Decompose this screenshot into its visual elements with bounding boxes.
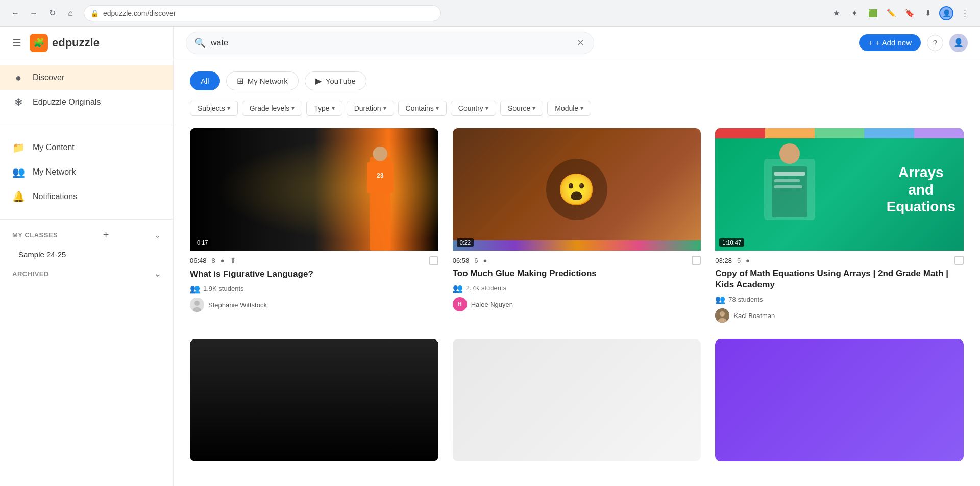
sidebar-notifications-label: Notifications — [33, 192, 77, 201]
hamburger-button[interactable]: ☰ — [10, 35, 23, 51]
extension-icon-1[interactable]: ✦ — [847, 6, 862, 20]
discover-icon: ● — [12, 71, 24, 84]
sidebar-item-notifications[interactable]: 🔔 Notifications — [0, 184, 173, 209]
author-row-2: H Halee Nguyen — [453, 297, 701, 311]
filter-grade-levels[interactable]: Grade levels ▾ — [242, 101, 303, 116]
question-count-2: 6 — [474, 257, 478, 264]
svg-rect-12 — [774, 185, 802, 188]
tab-youtube-label: YouTube — [326, 77, 356, 85]
filter-contains[interactable]: Contains ▾ — [398, 101, 447, 116]
svg-point-1 — [373, 147, 388, 161]
chrome-profile-avatar[interactable]: 👤 — [939, 6, 953, 20]
students-icon-3: 👥 — [715, 295, 725, 304]
filter-country-label: Country — [458, 104, 483, 112]
profile-avatar[interactable]: 👤 — [949, 34, 968, 52]
video-title-1: What is Figurative Language? — [190, 269, 438, 280]
filter-grade-levels-label: Grade levels — [250, 104, 290, 112]
app-container: ☰ 🧩 edpuzzle ● Discover ❄ Edpuzzle Origi… — [0, 27, 980, 486]
video-meta-3: 03:28 5 ● — [715, 256, 964, 265]
svg-point-5 — [194, 301, 200, 306]
filter-contains-label: Contains — [406, 104, 434, 112]
source-chevron-icon: ▾ — [532, 105, 535, 112]
contains-chevron-icon: ▾ — [436, 105, 439, 112]
video-card-5[interactable] — [453, 339, 701, 461]
add-new-button[interactable]: + + Add new — [859, 34, 921, 51]
class-item-label: Sample 24-25 — [18, 250, 66, 259]
forward-button[interactable]: → — [27, 6, 41, 20]
video-card-3[interactable]: ArraysandEquations 1:10:47 — [715, 128, 964, 325]
tab-all-label: All — [201, 77, 209, 85]
module-chevron-icon: ▾ — [580, 105, 583, 112]
help-button[interactable]: ? — [927, 35, 943, 51]
sidebar-divider-2 — [0, 219, 173, 220]
logo-container[interactable]: 🧩 edpuzzle — [30, 34, 100, 52]
classes-header-left: MY CLASSES — [12, 231, 58, 239]
my-classes-label: MY CLASSES — [12, 231, 58, 239]
card-checkbox-3[interactable] — [954, 256, 964, 265]
sidebar-item-my-network[interactable]: 👥 My Network — [0, 160, 173, 184]
class-item-sample[interactable]: Sample 24-25 — [10, 246, 163, 263]
filter-country[interactable]: Country ▾ — [451, 101, 496, 116]
extension-icon-2[interactable]: 🟩 — [866, 6, 880, 20]
sidebar-item-my-content[interactable]: 📁 My Content — [0, 135, 173, 160]
filter-duration[interactable]: Duration ▾ — [347, 101, 394, 116]
archived-header[interactable]: ARCHIVED ⌄ — [10, 263, 163, 285]
archived-section: ARCHIVED ⌄ — [0, 263, 173, 285]
author-avatar-2: H — [453, 297, 467, 311]
filter-subjects[interactable]: Subjects ▾ — [190, 101, 238, 116]
sidebar-item-discover[interactable]: ● Discover — [0, 65, 173, 90]
video-duration-3: 03:28 — [715, 257, 732, 264]
extension-icon-4[interactable]: 🔖 — [902, 6, 917, 20]
grade-levels-chevron-icon: ▾ — [291, 105, 295, 112]
add-class-button[interactable]: + — [103, 230, 109, 240]
author-row-3: Kaci Boatman — [715, 308, 964, 323]
downloads-icon[interactable]: ⬇ — [921, 6, 935, 20]
lock-icon: 🔒 — [90, 9, 99, 17]
tab-all[interactable]: All — [190, 71, 220, 90]
author-avatar-1 — [190, 298, 204, 312]
sidebar-originals-label: Edpuzzle Originals — [33, 98, 101, 107]
card-checkbox-2[interactable] — [692, 256, 701, 265]
clear-search-button[interactable]: ✕ — [576, 37, 585, 48]
address-bar[interactable]: 🔒 edpuzzle.com/discover — [84, 5, 441, 21]
classes-section: MY CLASSES + ⌄ Sample 24-25 — [0, 224, 173, 263]
video-duration-1: 06:48 — [190, 257, 207, 264]
home-button[interactable]: ⌂ — [63, 6, 78, 20]
svg-rect-11 — [774, 179, 800, 182]
bookmark-icon[interactable]: ★ — [829, 6, 843, 20]
author-avatar-3 — [715, 308, 729, 323]
video-meta-1: 06:48 8 ● ⬆ — [190, 256, 438, 265]
tab-youtube[interactable]: ▶ YouTube — [305, 71, 366, 90]
video-students-1: 👥 1.9K students — [190, 284, 438, 294]
sidebar-item-originals[interactable]: ❄ Edpuzzle Originals — [0, 90, 173, 114]
card-checkbox-1[interactable] — [429, 256, 438, 265]
video-card-4[interactable] — [190, 339, 438, 461]
sidebar-divider-1 — [0, 125, 173, 125]
filter-source-label: Source — [508, 104, 530, 112]
type-chevron-icon: ▾ — [332, 105, 335, 112]
filter-module[interactable]: Module ▾ — [547, 101, 591, 116]
filter-source[interactable]: Source ▾ — [500, 101, 543, 116]
sidebar-header: ☰ 🧩 edpuzzle — [0, 27, 173, 59]
my-network-tab-icon: ⊞ — [237, 76, 243, 86]
search-input[interactable] — [211, 38, 571, 47]
duration-chevron-icon: ▾ — [383, 105, 386, 112]
question-count-1: 8 — [212, 257, 215, 264]
svg-point-14 — [720, 311, 725, 317]
video-card-6[interactable] — [715, 339, 964, 461]
video-title-2: Too Much Glue Making Predictions — [453, 268, 701, 279]
video-card-2[interactable]: 😮 0:22 06:58 6 ● — [453, 128, 701, 325]
logo-icon: 🧩 — [30, 34, 48, 52]
video-card-1[interactable]: 23 0:17 06:48 8 ● ⬆ — [190, 128, 438, 325]
refresh-button[interactable]: ↻ — [45, 6, 59, 20]
classes-header[interactable]: MY CLASSES + ⌄ — [10, 224, 163, 246]
chrome-menu-icon[interactable]: ⋮ — [958, 6, 972, 20]
video-students-3: 👥 78 students — [715, 295, 964, 304]
back-button[interactable]: ← — [8, 6, 22, 20]
discover-area: All ⊞ My Network ▶ YouTube Subjects ▾ — [174, 59, 980, 486]
tab-my-network[interactable]: ⊞ My Network — [226, 71, 299, 90]
filter-duration-label: Duration — [354, 104, 381, 112]
filter-type[interactable]: Type ▾ — [306, 101, 342, 116]
author-name-3: Kaci Boatman — [733, 312, 775, 320]
extension-icon-3[interactable]: ✏️ — [884, 6, 898, 20]
